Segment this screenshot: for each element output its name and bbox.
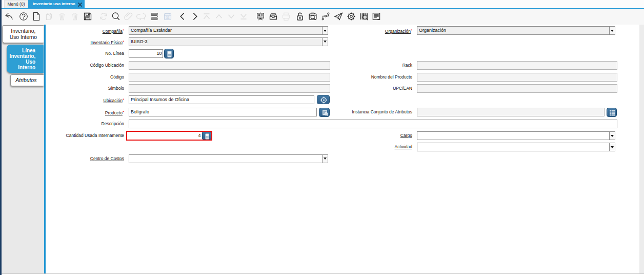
svg-text:31: 31	[166, 16, 170, 19]
